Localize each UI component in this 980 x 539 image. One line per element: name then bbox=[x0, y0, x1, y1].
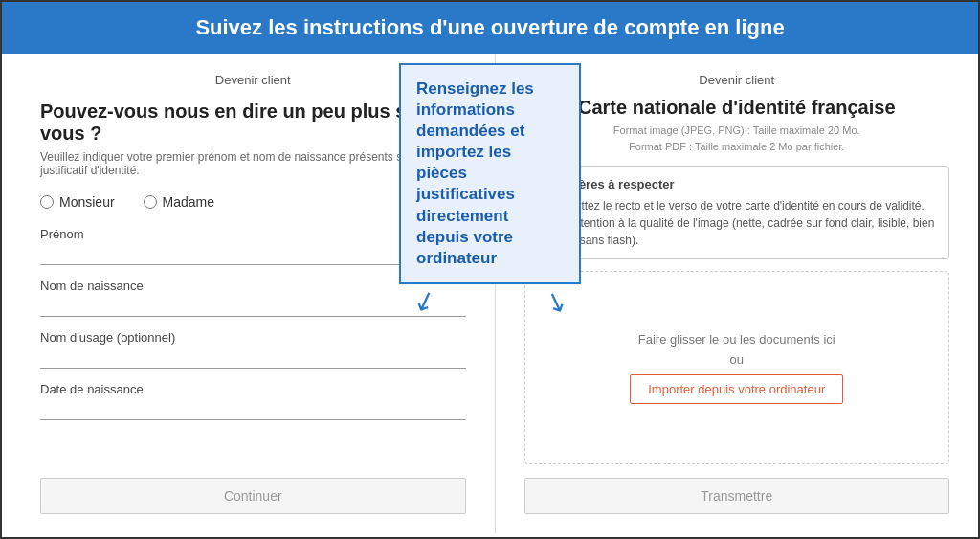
drop-zone[interactable]: Faire glisser le ou les documents ici ou… bbox=[524, 271, 950, 464]
criteria-box: i Critères à respecter Transmettez le re… bbox=[524, 166, 950, 259]
date-naissance-label: Date de naissance bbox=[40, 382, 466, 396]
card-subtitle: Format image (JPEG, PNG) : Taille maxima… bbox=[524, 123, 950, 154]
nom-usage-field-group: Nom d'usage (optionnel) bbox=[40, 330, 466, 369]
arrows-row: ↙ ↘ bbox=[413, 288, 567, 315]
card-subtitle-line2: Format PDF : Taille maximale 2 Mo par fi… bbox=[524, 139, 950, 155]
or-text: ou bbox=[730, 352, 744, 367]
submit-button[interactable]: Transmettre bbox=[524, 478, 950, 514]
arrow-left-icon: ↙ bbox=[410, 285, 439, 318]
gender-monsieur-label: Monsieur bbox=[59, 194, 115, 210]
gender-madame-radio[interactable] bbox=[144, 195, 157, 209]
gender-monsieur-radio[interactable] bbox=[40, 195, 54, 209]
criteria-header: i Critères à respecter bbox=[537, 176, 938, 191]
arrow-right-icon: ↘ bbox=[541, 285, 570, 318]
card-title: Carte nationale d'identité française bbox=[524, 97, 950, 119]
criteria-text: Transmettez le recto et le verso de votr… bbox=[537, 197, 938, 249]
nom-usage-input[interactable] bbox=[40, 348, 466, 369]
center-callout: Renseignez les informations demandées et… bbox=[399, 63, 581, 315]
criteria-text-line1: Transmettez le recto et le verso de votr… bbox=[537, 197, 938, 214]
date-naissance-input[interactable] bbox=[40, 400, 466, 420]
gender-monsieur[interactable]: Monsieur bbox=[40, 194, 115, 210]
gender-madame[interactable]: Madame bbox=[144, 194, 214, 210]
criteria-text-line2: Faites attention à la qualité de l'image… bbox=[537, 214, 938, 249]
callout-box: Renseignez les informations demandées et… bbox=[399, 63, 581, 284]
page-header: Suivez les instructions d'une ouverture … bbox=[2, 2, 978, 54]
card-subtitle-line1: Format image (JPEG, PNG) : Taille maxima… bbox=[524, 123, 950, 139]
continue-button[interactable]: Continuer bbox=[40, 478, 466, 514]
right-panel-title: Devenir client bbox=[524, 73, 950, 87]
header-title: Suivez les instructions d'une ouverture … bbox=[195, 15, 784, 39]
drop-text: Faire glisser le ou les documents ici bbox=[638, 332, 835, 347]
gender-madame-label: Madame bbox=[163, 194, 214, 210]
date-naissance-field-group: Date de naissance bbox=[40, 382, 466, 420]
nom-usage-label: Nom d'usage (optionnel) bbox=[40, 330, 466, 345]
import-button[interactable]: Importer depuis votre ordinateur bbox=[630, 374, 843, 404]
callout-text: Renseignez les informations demandées et… bbox=[416, 79, 534, 267]
main-content: Devenir client Pouvez-vous nous en dire … bbox=[2, 54, 978, 533]
